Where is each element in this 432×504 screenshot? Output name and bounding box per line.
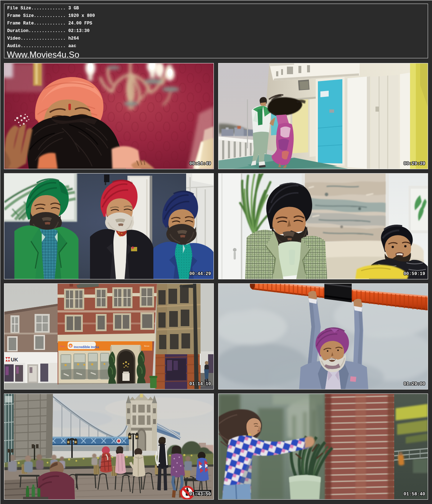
- svg-text:Since: Since: [144, 345, 150, 347]
- svg-text:Incredible India: Incredible India: [74, 345, 99, 349]
- svg-text:Diner: Diner: [60, 345, 65, 347]
- svg-text:UK: UK: [11, 357, 18, 363]
